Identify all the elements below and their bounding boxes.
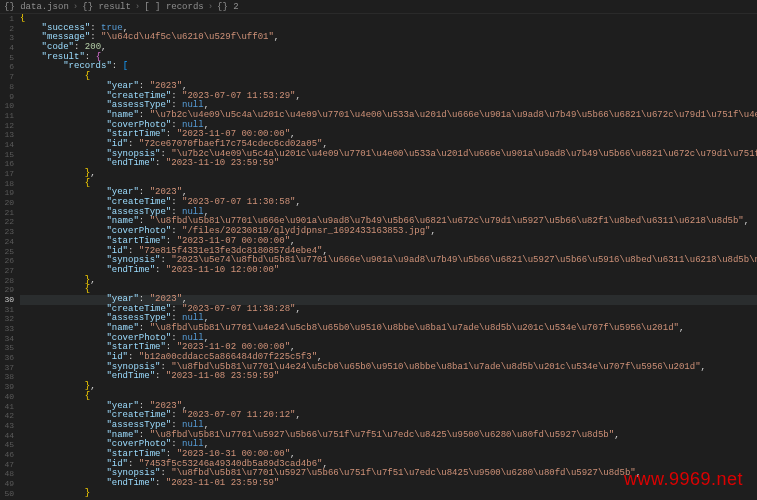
line-number-gutter: 1234567891011121314151617181920212223242… <box>0 14 18 500</box>
breadcrumb[interactable]: {} data.json › {} result › [ ] records ›… <box>0 0 757 14</box>
breadcrumb-item[interactable]: {} 2 <box>217 2 239 12</box>
breadcrumb-item[interactable]: {} data.json <box>4 2 69 12</box>
code-editor[interactable]: 1234567891011121314151617181920212223242… <box>0 14 757 500</box>
watermark: www.9969.net <box>624 469 743 490</box>
breadcrumb-item[interactable]: {} result <box>82 2 131 12</box>
chevron-right-icon: › <box>73 2 78 12</box>
breadcrumb-item[interactable]: [ ] records <box>144 2 203 12</box>
chevron-right-icon: › <box>208 2 213 12</box>
code-content[interactable]: { "success": true, "message": "\u64cd\u4… <box>18 14 757 500</box>
chevron-right-icon: › <box>135 2 140 12</box>
